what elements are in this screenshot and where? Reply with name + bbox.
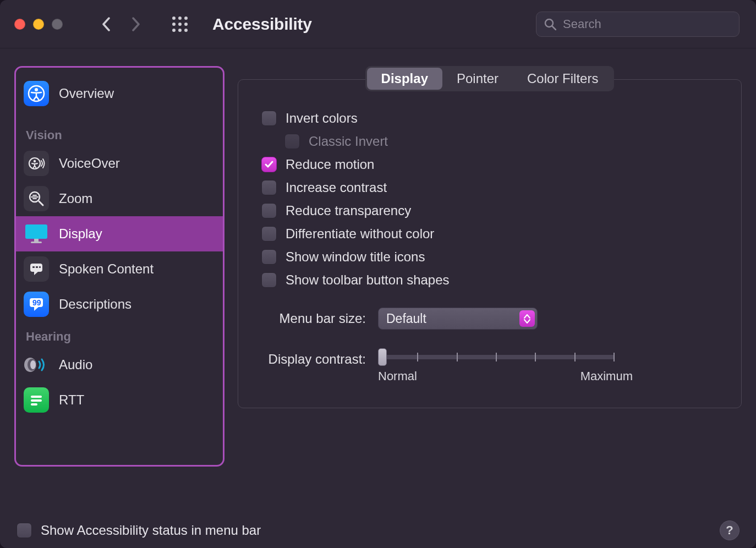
checkbox[interactable] <box>261 111 277 126</box>
svg-point-9 <box>545 19 553 27</box>
svg-point-7 <box>178 29 182 32</box>
search-input[interactable] <box>563 17 731 31</box>
help-button[interactable]: ? <box>720 520 739 540</box>
show-status-checkbox[interactable] <box>17 523 32 538</box>
sidebar-item-label: Display <box>59 226 102 242</box>
zoom-icon <box>24 186 49 211</box>
search-field[interactable] <box>536 12 739 37</box>
checkbox[interactable] <box>261 226 277 242</box>
sidebar-section-hearing: Hearing <box>16 322 223 347</box>
svg-point-4 <box>178 23 182 26</box>
sidebar-item-overview[interactable]: Overview <box>16 74 223 113</box>
sidebar-item-label: RTT <box>59 392 84 408</box>
svg-rect-30 <box>31 399 42 402</box>
check-reduce-transparency[interactable]: Reduce transparency <box>261 203 718 218</box>
menu-bar-size-label: Menu bar size: <box>261 311 366 326</box>
stepper-arrows-icon <box>519 310 535 327</box>
check-show-window-title-icons[interactable]: Show window title icons <box>261 249 718 265</box>
sidebar-item-rtt[interactable]: RTT <box>16 382 223 418</box>
check-differentiate-without-color[interactable]: Differentiate without color <box>261 226 718 242</box>
footer: Show Accessibility status in menu bar ? <box>0 516 756 548</box>
checkbox[interactable] <box>261 272 277 288</box>
svg-line-16 <box>39 201 43 205</box>
spoken-content-icon <box>24 256 49 282</box>
body: Overview Vision VoiceOver Zoom <box>0 48 756 516</box>
display-icon <box>24 221 49 246</box>
audio-icon <box>24 352 49 377</box>
main-content: Display Pointer Color Filters Invert col… <box>238 66 742 505</box>
window-title: Accessibility <box>212 15 312 34</box>
fullscreen-window-button[interactable] <box>52 19 63 30</box>
svg-rect-22 <box>36 266 38 268</box>
close-window-button[interactable] <box>14 19 25 30</box>
checkbox-label: Increase contrast <box>286 180 387 195</box>
window-controls <box>14 19 63 30</box>
accessibility-window: Accessibility Overview Vision <box>0 0 756 548</box>
display-contrast-label: Display contrast: <box>261 349 366 367</box>
sidebar-item-voiceover[interactable]: VoiceOver <box>16 146 223 181</box>
minimize-window-button[interactable] <box>33 19 44 30</box>
show-status-label: Show Accessibility status in menu bar <box>41 523 261 538</box>
checkbox-label: Differentiate without color <box>286 226 434 242</box>
svg-line-10 <box>552 26 556 30</box>
check-reduce-motion[interactable]: Reduce motion <box>261 157 718 172</box>
check-classic-invert: Classic Invert <box>284 134 718 149</box>
check-invert-colors[interactable]: Invert colors <box>261 111 718 126</box>
checkbox <box>284 134 300 149</box>
checkbox-label: Classic Invert <box>309 134 388 149</box>
checkbox[interactable] <box>261 203 277 218</box>
tab-color-filters[interactable]: Color Filters <box>513 68 612 90</box>
slider-thumb[interactable] <box>378 348 387 366</box>
svg-rect-23 <box>39 266 41 268</box>
checkbox[interactable] <box>261 249 277 265</box>
svg-point-12 <box>35 88 38 91</box>
sidebar-item-descriptions[interactable]: 99 Descriptions <box>16 287 223 322</box>
svg-rect-19 <box>31 242 42 243</box>
check-increase-contrast[interactable]: Increase contrast <box>261 180 718 195</box>
svg-point-1 <box>178 17 182 20</box>
sidebar-item-spoken-content[interactable]: Spoken Content <box>16 251 223 287</box>
menu-bar-size-select[interactable]: Default <box>378 308 538 330</box>
checkbox[interactable] <box>261 157 277 172</box>
display-contrast-slider[interactable] <box>378 355 615 359</box>
checkbox-label: Reduce motion <box>286 157 374 172</box>
chevron-left-icon <box>102 17 111 31</box>
show-all-button[interactable] <box>167 12 193 37</box>
sidebar-item-zoom[interactable]: Zoom <box>16 181 223 216</box>
sidebar-item-label: Zoom <box>59 191 92 206</box>
sidebar-item-label: Overview <box>59 86 114 101</box>
svg-rect-18 <box>34 239 39 242</box>
tab-display[interactable]: Display <box>367 68 442 90</box>
rtt-icon <box>24 387 49 413</box>
svg-point-8 <box>184 29 188 32</box>
tab-bar: Display Pointer Color Filters <box>365 66 615 91</box>
slider-ticks <box>378 355 615 359</box>
svg-rect-31 <box>31 403 37 405</box>
sidebar-item-label: Descriptions <box>59 297 132 312</box>
back-button[interactable] <box>94 12 119 37</box>
svg-point-2 <box>184 17 188 20</box>
svg-rect-17 <box>25 224 47 239</box>
sidebar-item-audio[interactable]: Audio <box>16 347 223 382</box>
svg-rect-29 <box>31 396 42 398</box>
svg-point-14 <box>34 160 36 162</box>
sidebar-item-display[interactable]: Display <box>16 216 223 251</box>
svg-point-5 <box>184 23 188 26</box>
sidebar-item-label: Audio <box>59 357 92 372</box>
svg-point-0 <box>172 17 176 20</box>
toolbar: Accessibility <box>0 0 756 48</box>
svg-point-6 <box>172 29 176 32</box>
sidebar-item-label: Spoken Content <box>59 261 154 277</box>
sidebar: Overview Vision VoiceOver Zoom <box>14 66 224 467</box>
forward-button[interactable] <box>123 12 149 37</box>
settings-panel: Invert colors Classic Invert Reduce moti… <box>238 79 742 408</box>
grid-icon <box>172 16 188 32</box>
checkbox[interactable] <box>261 180 277 195</box>
tab-pointer[interactable]: Pointer <box>442 68 513 90</box>
check-show-toolbar-button-shapes[interactable]: Show toolbar button shapes <box>261 272 718 288</box>
sidebar-section-vision: Vision <box>16 120 223 146</box>
svg-rect-21 <box>32 266 35 268</box>
sidebar-container: Overview Vision VoiceOver Zoom <box>14 66 224 505</box>
menu-bar-size-row: Menu bar size: Default <box>261 308 718 330</box>
slider-labels: Normal Maximum <box>378 369 633 383</box>
